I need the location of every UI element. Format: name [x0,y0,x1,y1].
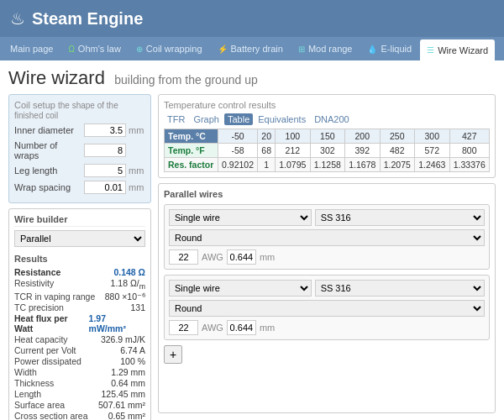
tc-col-20: 20 [258,129,276,144]
right-panel: Temperature control results TFR Graph Ta… [158,94,496,413]
wire2-diameter-input[interactable] [227,320,256,335]
tc-table: Temp. °C -50 20 100 150 200 250 300 427 [164,129,490,172]
cross-section-value: 0.65 mm² [108,411,145,420]
nav-main-page-label: Main page [10,44,53,54]
nav-bar: Main page Ω Ohm's law ⊕ Coil wrapping ⚡ … [0,37,504,60]
nav-mod-range[interactable]: ⊞ Mod range [291,37,360,60]
nav-coil-wrapping-label: Coil wrapping [146,44,202,54]
wire2-type-select[interactable]: Single wire Twisted [169,280,312,297]
leg-length-input[interactable] [84,164,126,177]
tcr-value: 880 ×10⁻⁶ [105,291,145,302]
wire2-shape-select[interactable]: Round Flat [169,300,485,317]
eliquid-icon: 💧 [367,45,377,54]
wire-config-2: Single wire Twisted SS 316 Kanthal A1 Ni… [164,275,490,340]
wire1-type-row: Single wire Twisted SS 316 Kanthal A1 Ni… [169,209,485,226]
page-subtitle: building from the ground up [114,73,257,87]
inner-diameter-row: Inner diameter mm [14,123,145,137]
add-wire-button[interactable]: + [164,345,182,364]
wire1-diameter-input[interactable] [227,249,256,265]
tc-f-302: 302 [310,144,344,158]
tab-equivalents[interactable]: Equivalents [255,113,309,125]
wire2-gauge-row: AWG mm [169,320,485,335]
tc-col-m50: -50 [218,129,257,144]
nav-wire-wizard[interactable]: ☰ Wire Wizard [420,39,495,60]
tc-row-fahrenheit: Temp. °F -58 68 212 302 392 482 572 800 [165,144,490,158]
surface-value: 507.61 mm² [98,400,145,410]
result-resistance: Resistance 0.148 Ω [14,267,145,277]
nav-e-liquid[interactable]: 💧 E-liquid [360,37,418,60]
current-value: 6.74 A [120,345,145,355]
tc-r-7: 1.2463 [415,158,449,172]
tc-col-300: 300 [415,129,449,144]
tc-col-100: 100 [276,129,310,144]
nav-ohms-law[interactable]: Ω Ohm's law [61,37,127,60]
result-current: Current per Volt 6.74 A [14,345,145,355]
nav-main-page[interactable]: Main page [3,37,60,60]
battery-icon: ⚡ [218,45,228,54]
wire2-shape-row: Round Flat [169,300,485,317]
nav-e-liquid-label: E-liquid [381,44,412,54]
tc-r-4: 1.1258 [310,158,344,172]
main-layout: Coil setup the shape of the finished coi… [8,94,496,413]
result-power: Power dissipated 100 % [14,356,145,366]
resistance-label: Resistance [14,267,60,277]
result-cross-section: Cross section area 0.65 mm² [14,411,145,420]
num-wraps-row: Number of wraps [14,140,145,160]
inner-diameter-unit: mm [129,125,145,135]
wire2-unit-label: mm [260,323,275,333]
temp-control-panel: Temperature control results TFR Graph Ta… [158,94,496,178]
tab-graph[interactable]: Graph [190,113,223,125]
result-heat-capacity: Heat capacity 326.9 mJ/K [14,334,145,344]
nav-ohms-law-label: Ohm's law [78,44,121,54]
ohms-icon: Ω [68,45,74,54]
result-tcr: TCR in vaping range 880 ×10⁻⁶ [14,291,145,302]
tc-col-150: 150 [310,129,344,144]
result-resistivity: Resistivity 1.18 Ω/m [14,278,145,291]
wire2-awg-label: AWG [202,323,223,333]
logo-icon: ♨ [10,8,25,29]
tc-col-header-label: Temp. °C [165,129,218,144]
wire1-shape-select[interactable]: Round Flat [169,229,485,246]
tc-f-212: 212 [276,144,310,158]
num-wraps-label: Number of wraps [14,140,84,160]
leg-length-row: Leg length mm [14,164,145,177]
app-title: Steam Engine [32,9,143,29]
wire1-material-select[interactable]: SS 316 Kanthal A1 Nichrome [315,209,485,226]
inner-diameter-label: Inner diameter [14,125,84,135]
thickness-value: 0.64 mm [111,378,145,388]
wire-type-select[interactable]: Parallel Series Twisted [14,230,145,247]
tab-table[interactable]: Table [224,113,253,125]
wrap-spacing-row: Wrap spacing mm [14,181,145,194]
nav-coil-wrapping[interactable]: ⊕ Coil wrapping [129,37,209,60]
inner-diameter-input[interactable] [84,123,126,137]
length-value: 125.45 mm [101,389,145,399]
wire1-type-select[interactable]: Single wire Twisted [169,209,312,226]
wire2-material-select[interactable]: SS 316 Kanthal A1 Nichrome [315,280,485,297]
tc-r-1: 0.92102 [218,158,257,172]
num-wraps-input[interactable] [84,144,126,157]
wire1-gauge-row: AWG mm [169,249,485,265]
width-label: Width [14,367,37,377]
wire-builder-title: Wire builder [14,214,145,227]
wrap-spacing-unit: mm [129,182,145,192]
wire1-gauge-input[interactable] [169,249,198,265]
resistivity-value: 1.18 Ω/m [111,278,145,291]
heat-cap-label: Heat capacity [14,334,68,344]
tc-f-68: 68 [258,144,276,158]
wire2-type-row: Single wire Twisted SS 316 Kanthal A1 Ni… [169,280,485,297]
tc-r-2: 1 [258,158,276,172]
tab-dna200[interactable]: DNA200 [311,113,353,125]
coil-setup-panel: Coil setup the shape of the finished coi… [8,94,151,203]
tab-tfr[interactable]: TFR [164,113,188,125]
power-value: 100 % [120,356,145,366]
wrap-spacing-input[interactable] [84,181,126,194]
wrap-spacing-label: Wrap spacing [14,182,84,192]
coil-icon: ⊕ [136,45,143,54]
wire2-gauge-input[interactable] [169,320,198,335]
header: ♨ Steam Engine [0,0,504,37]
length-label: Length [14,389,41,399]
result-length: Length 125.45 mm [14,389,145,399]
nav-battery-drain[interactable]: ⚡ Battery drain [211,37,290,60]
wire-config-1: Single wire Twisted SS 316 Kanthal A1 Ni… [164,204,490,270]
wire1-awg-label: AWG [202,252,223,262]
